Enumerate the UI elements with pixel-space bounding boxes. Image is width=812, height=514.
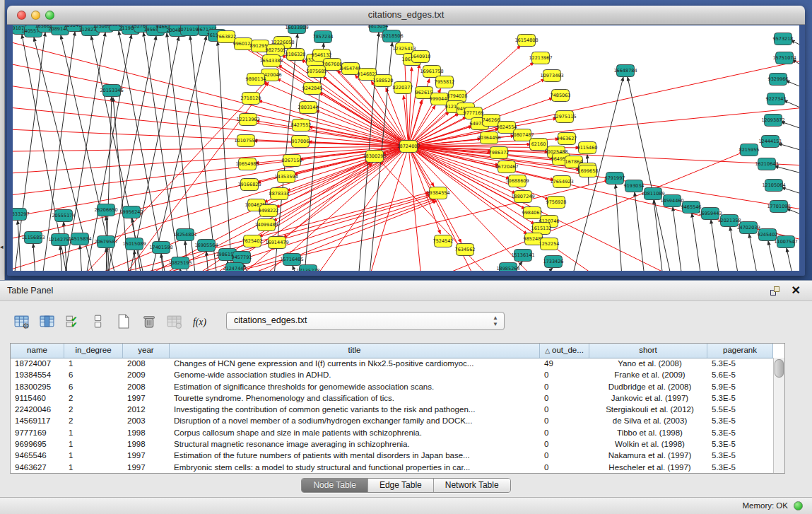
network-node[interactable]: 19956242 <box>119 206 143 218</box>
network-node[interactable]: 9890134 <box>246 74 266 86</box>
network-node[interactable]: 20555174 <box>52 210 75 222</box>
show-columns-icon[interactable] <box>35 310 58 332</box>
network-node[interactable]: 17135278 <box>296 265 319 271</box>
network-node[interactable]: 17654923 <box>550 176 573 188</box>
new-document-icon[interactable] <box>112 310 134 332</box>
network-node[interactable]: 9457791 <box>232 252 252 264</box>
network-node[interactable]: 9984067 <box>522 207 543 219</box>
table-row[interactable]: 1830029562008Estimation of significance … <box>11 381 773 392</box>
network-node[interactable]: 18807249 <box>511 191 534 203</box>
network-node[interactable]: 9227343 <box>766 93 787 105</box>
network-node[interactable]: 15136141 <box>511 250 534 262</box>
network-node[interactable]: 1588520 <box>373 75 394 87</box>
network-node[interactable]: 26206650 <box>94 204 117 216</box>
table-row[interactable]: 1456911722003Disruption of a novel membe… <box>11 415 773 426</box>
network-node[interactable]: 18985264 <box>496 263 519 271</box>
network-node[interactable]: 10825195 <box>168 257 192 269</box>
network-node[interactable]: 8267150 <box>282 155 302 167</box>
network-node[interactable]: 9756928 <box>546 197 567 209</box>
vertical-scrollbar[interactable] <box>773 358 784 473</box>
network-node[interactable]: 917006 <box>292 136 310 148</box>
network-node[interactable]: 21247447 <box>223 263 246 271</box>
network-node[interactable]: 14353594 <box>274 171 298 183</box>
tab-network-table[interactable]: Network Table <box>434 479 510 492</box>
tab-edge-table[interactable]: Edge Table <box>368 479 434 492</box>
table-row[interactable]: 946554611997Estimation of the future num… <box>11 450 773 461</box>
network-node[interactable]: 20679587 <box>94 236 117 248</box>
network-node[interactable]: 16543382 <box>259 55 283 67</box>
network-node[interactable]: 12975115 <box>553 111 576 123</box>
row-stack-icon[interactable] <box>86 310 109 332</box>
network-node[interactable]: 16961758 <box>420 66 443 78</box>
network-node[interactable]: 6794028 <box>447 90 468 103</box>
network-node[interactable]: 20153346 <box>100 85 123 97</box>
network-node[interactable]: 7955812 <box>435 76 455 88</box>
network-node[interactable]: 10973493 <box>540 70 563 82</box>
network-node[interactable]: 9573218 <box>773 33 794 45</box>
network-node[interactable]: 5875685 <box>307 66 327 78</box>
collapse-arrow-icon[interactable]: ◂ <box>0 243 4 250</box>
network-node[interactable]: 14515834 <box>68 233 91 245</box>
column-header-year[interactable]: year <box>123 344 170 358</box>
network-node[interactable]: 9329966 <box>768 74 789 86</box>
network-node[interactable]: 10107554 <box>234 135 257 147</box>
network-node[interactable]: 9827505 <box>266 45 286 57</box>
network-node[interactable]: 17401598 <box>149 242 172 254</box>
network-node[interactable]: 1252254 <box>539 238 560 250</box>
network-node[interactable]: 18254801 <box>173 229 196 241</box>
network-node[interactable]: 16914479 <box>265 237 288 249</box>
network-node[interactable]: 18300295 <box>363 151 386 163</box>
network-node[interactable]: 14099489 <box>254 219 278 231</box>
column-header-in_degree[interactable]: in_degree <box>64 344 123 358</box>
network-node[interactable]: 7625402 <box>242 235 263 247</box>
network-node[interactable]: 62160 <box>530 139 548 151</box>
network-node[interactable]: 16648784 <box>613 65 637 77</box>
network-node[interactable]: 8186328 <box>286 49 306 61</box>
table-row[interactable]: 2242004622012Investigating the contribut… <box>11 404 773 415</box>
close-panel-icon[interactable]: ✕ <box>792 284 801 298</box>
network-node[interactable]: 8220377 <box>393 82 413 94</box>
table-row[interactable]: 969969511998Structural magnetic resonanc… <box>11 438 773 450</box>
network-node[interactable]: 19384554 <box>426 187 449 199</box>
network-node[interactable]: 15716485 <box>280 254 303 266</box>
network-node[interactable]: 19218506 <box>379 30 403 42</box>
network-node[interactable]: 11007547 <box>774 236 797 248</box>
table-row[interactable]: 911546021997Tourette syndrome. Phenomeno… <box>11 392 773 404</box>
select-rows-icon[interactable]: ✔✔ <box>61 310 83 332</box>
network-node[interactable]: 16905564 <box>194 240 218 252</box>
network-node[interactable]: 19166825 <box>237 179 261 191</box>
network-node[interactable]: 12093872 <box>761 115 784 127</box>
network-node[interactable]: 16033809 <box>285 25 308 34</box>
network-node[interactable]: 1640910 <box>411 51 431 63</box>
column-header-pagerank[interactable]: pagerank <box>707 344 773 358</box>
network-node[interactable]: 9777169 <box>464 107 484 119</box>
tab-node-table[interactable]: Node Table <box>302 479 368 492</box>
table-select-dropdown[interactable]: citations_edges.txt▲▼ <box>226 312 505 330</box>
network-canvas[interactable]: 1918704314055712165668992089140610984697… <box>13 25 799 271</box>
window-titlebar[interactable]: citations_edges.txt <box>7 6 805 25</box>
table-row[interactable]: 1872400712008Changes of HCN gene express… <box>11 358 773 369</box>
table-row[interactable]: 1938455462009Genome-wide association stu… <box>11 369 773 380</box>
network-node[interactable]: 1615132 <box>531 223 552 235</box>
network-node[interactable]: 16210643 <box>755 158 778 170</box>
network-node[interactable]: 8215955 <box>739 144 760 156</box>
network-node[interactable]: 9242845 <box>302 83 323 95</box>
network-node[interactable]: 9463627 <box>557 133 577 145</box>
network-node[interactable]: 15751074 <box>772 52 796 64</box>
network-node[interactable]: 12444151 <box>758 136 782 148</box>
network-node[interactable]: 19833297 <box>13 209 30 221</box>
network-node[interactable]: 11156853 <box>21 232 45 244</box>
network-node[interactable]: 9115460 <box>577 142 598 154</box>
network-node[interactable]: 2718120 <box>241 93 261 105</box>
network-node[interactable]: 7524542 <box>433 235 454 247</box>
network-node[interactable]: 1699658 <box>578 165 599 177</box>
function-builder-icon[interactable]: f(x) <box>188 310 211 332</box>
network-node[interactable]: 18724007 <box>396 141 420 153</box>
network-node[interactable]: 12213963 <box>236 114 259 126</box>
network-node[interactable]: 7634562 <box>455 244 476 256</box>
network-node[interactable]: 12105064 <box>762 180 785 192</box>
network-node[interactable]: 8878334 <box>269 188 290 200</box>
network-node[interactable]: 9498222 <box>259 205 279 217</box>
column-header-out_de[interactable]: △out_de... <box>540 344 589 358</box>
table-row[interactable]: 977716911998Corpus callosum shape and si… <box>11 427 773 438</box>
